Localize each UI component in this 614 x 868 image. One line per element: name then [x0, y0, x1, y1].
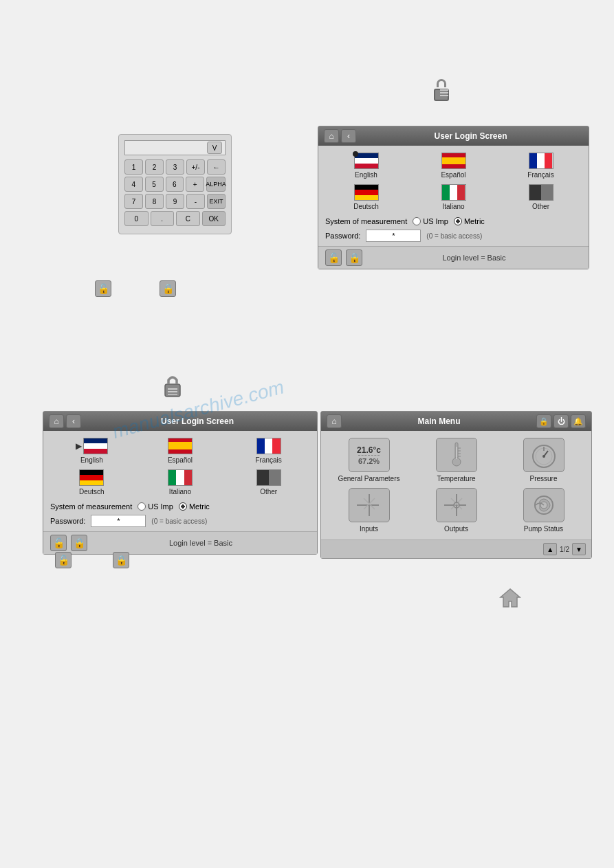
lang-other-top[interactable]: Other [500, 184, 582, 210]
lang-other-bottom[interactable]: Other [227, 469, 310, 496]
lang-espanol-top[interactable]: Español [413, 153, 494, 179]
keypad-btn-plusminus[interactable]: +/- [186, 159, 205, 175]
bottom-login-icons: 🔓 🔒 [55, 552, 129, 568]
keypad-btn-dot[interactable]: . [151, 211, 175, 226]
menu-label-pump-status: Pump Status [524, 525, 563, 533]
keypad-btn-8[interactable]: 8 [145, 194, 164, 209]
gen-params-humidity: 67.2% [358, 455, 380, 465]
keypad-btn-ok[interactable]: OK [202, 211, 226, 226]
lock-icon-top[interactable]: 🔒 [160, 280, 176, 297]
us-imp-radio-bottom [138, 502, 146, 511]
keypad-btn-2[interactable]: 2 [145, 159, 164, 175]
footer-lock-icon-bottom[interactable]: 🔒 [71, 535, 87, 551]
lang-deutsch-label-bottom: Deutsch [79, 488, 105, 496]
menu-label-outputs: Outputs [444, 525, 468, 533]
login-bottom-title: User Login Screen [83, 416, 311, 426]
metric-option-bottom[interactable]: Metric [179, 502, 210, 511]
password-input-bottom[interactable] [91, 515, 146, 527]
flag-de-top [354, 184, 379, 201]
keypad-btn-5[interactable]: 5 [145, 177, 164, 192]
keypad-v-button[interactable]: V [207, 142, 222, 154]
unlock-icon-top[interactable]: 🔓 [95, 280, 111, 297]
keypad-display: V [124, 140, 226, 155]
menu-item-pump-status[interactable]: Pump Status [503, 488, 584, 533]
footer-unlock-icon-bottom[interactable]: 🔓 [50, 535, 67, 551]
flag-es-top [441, 153, 466, 169]
keypad-btn-alpha[interactable]: ALPHA [206, 177, 226, 192]
password-label-top: Password: [325, 232, 360, 240]
measurement-label-top: System of measurement [325, 217, 407, 225]
login-level-top: Login level = Basic [366, 254, 582, 262]
lang-english-bottom[interactable]: ▶ English [50, 438, 133, 464]
metric-option-top[interactable]: Metric [454, 217, 485, 225]
menu-footer: ▲ 1/2 ▼ [321, 539, 591, 558]
lang-espanol-label-bottom: Español [168, 456, 193, 464]
flag-uk-top [354, 153, 379, 169]
login-top-back-btn[interactable]: ‹ [341, 129, 356, 143]
keypad-btn-backspace[interactable]: ← [207, 159, 226, 175]
measurement-row-bottom: System of measurement US Imp Metric [43, 502, 317, 515]
login-level-bottom: Login level = Basic [91, 539, 310, 547]
page-prev-btn[interactable]: ▲ [543, 543, 557, 555]
lang-english-top[interactable]: English [325, 153, 407, 179]
lang-italiano-top[interactable]: Italiano [413, 184, 494, 210]
menu-item-inputs[interactable]: Inputs [328, 488, 410, 533]
keypad-btn-7[interactable]: 7 [124, 194, 143, 209]
keypad-btn-4[interactable]: 4 [124, 177, 143, 192]
pump-status-icon [523, 488, 564, 522]
keypad-btn-minus[interactable]: - [186, 194, 205, 209]
lang-italiano-bottom[interactable]: Italiano [139, 469, 222, 496]
footer-lock-icon-top[interactable]: 🔒 [346, 249, 362, 266]
page-next-btn[interactable]: ▼ [572, 543, 586, 555]
lang-espanol-bottom[interactable]: Español [139, 438, 222, 464]
lang-english-label-top: English [355, 171, 377, 179]
login-top-title: User Login Screen [358, 131, 583, 141]
footer-unlock-icon-top[interactable]: 🔓 [325, 249, 342, 266]
lang-francais-bottom[interactable]: Français [227, 438, 310, 464]
lang-other-label-top: Other [532, 203, 549, 210]
us-imp-option-top[interactable]: US Imp [413, 217, 448, 225]
login-top-home-btn[interactable]: ⌂ [324, 129, 339, 143]
login-bottom-home-btn[interactable]: ⌂ [49, 414, 64, 428]
keypad-btn-c[interactable]: C [176, 211, 200, 226]
measurement-label-bottom: System of measurement [50, 502, 132, 511]
keypad-btn-0[interactable]: 0 [124, 211, 149, 226]
outputs-icon [436, 488, 477, 522]
main-menu-power-btn[interactable]: ⏻ [553, 414, 569, 428]
keypad-btn-plus[interactable]: + [186, 177, 204, 192]
main-menu-home-btn[interactable]: ⌂ [327, 414, 342, 428]
lang-deutsch-top[interactable]: Deutsch [325, 184, 407, 210]
main-menu: ⌂ Main Menu 🔒 ⏻ 🔔 21.6°c 67.2% General P… [320, 411, 592, 559]
metric-label-bottom: Metric [189, 502, 210, 511]
menu-item-pressure[interactable]: Pressure [503, 438, 584, 482]
gen-params-temp: 21.6°c [357, 445, 381, 455]
keypad-btn-3[interactable]: 3 [166, 159, 184, 175]
menu-item-general-params[interactable]: 21.6°c 67.2% General Parameters [328, 438, 410, 482]
lang-deutsch-bottom[interactable]: Deutsch [50, 469, 133, 496]
keypad-btn-1[interactable]: 1 [124, 159, 143, 175]
login-bottom-back-btn[interactable]: ‹ [66, 414, 81, 428]
password-hint-top: (0 = basic access) [426, 232, 482, 240]
menu-item-outputs[interactable]: Outputs [415, 488, 497, 533]
inputs-icon [349, 488, 390, 522]
bottom-home-icon[interactable] [499, 588, 521, 610]
bottom-unlock-icon[interactable]: 🔓 [55, 552, 72, 568]
lang-italiano-label-bottom: Italiano [169, 488, 191, 496]
login-screen-bottom-header: ⌂ ‹ User Login Screen [43, 412, 317, 431]
password-input-top[interactable] [366, 230, 421, 242]
us-imp-option-bottom[interactable]: US Imp [138, 502, 173, 511]
keypad-btn-exit[interactable]: EXIT [207, 194, 226, 209]
password-row-top: Password: (0 = basic access) [318, 230, 589, 246]
keypad-btn-6[interactable]: 6 [166, 177, 184, 192]
lang-francais-top[interactable]: Français [500, 153, 582, 179]
lang-deutsch-label-top: Deutsch [353, 203, 379, 210]
main-menu-lock-btn[interactable]: 🔒 [536, 414, 551, 428]
metric-radio-bottom [179, 502, 187, 511]
flag-it-top [441, 184, 466, 201]
menu-label-general-params: General Parameters [338, 475, 399, 482]
pressure-icon [523, 438, 564, 472]
main-menu-bell-btn[interactable]: 🔔 [571, 414, 586, 428]
menu-item-temperature[interactable]: Temperature [415, 438, 497, 482]
keypad-btn-9[interactable]: 9 [166, 194, 184, 209]
bottom-lock-icon[interactable]: 🔒 [113, 552, 129, 568]
